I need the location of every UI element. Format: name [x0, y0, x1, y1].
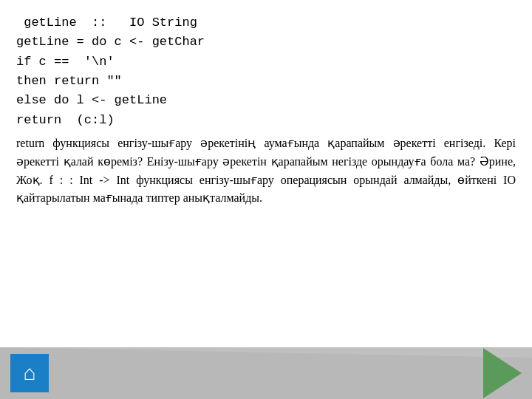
code-line-6: return (c:l)	[16, 111, 516, 130]
code-block: getLine :: IO String getLine = do c <- g…	[16, 13, 516, 130]
home-button[interactable]: ⌂	[10, 354, 49, 392]
next-arrow-button[interactable]	[483, 348, 522, 398]
code-line-5: else do l <- getLine	[16, 91, 516, 110]
prose-text: return функциясы енгізу-шығару әрекетіні…	[16, 134, 516, 208]
main-container: getLine :: IO String getLine = do c <- g…	[0, 0, 532, 399]
code-line-2: getLine = do c <- getChar	[16, 33, 516, 52]
code-line-3: if c == '\n'	[16, 52, 516, 72]
code-line-4: then return ""	[16, 72, 516, 91]
code-line-1: getLine :: IO String	[16, 13, 516, 33]
content-area: getLine :: IO String getLine = do c <- g…	[0, 0, 532, 347]
bottom-bar: ⌂	[0, 347, 532, 399]
home-icon: ⌂	[24, 363, 36, 383]
